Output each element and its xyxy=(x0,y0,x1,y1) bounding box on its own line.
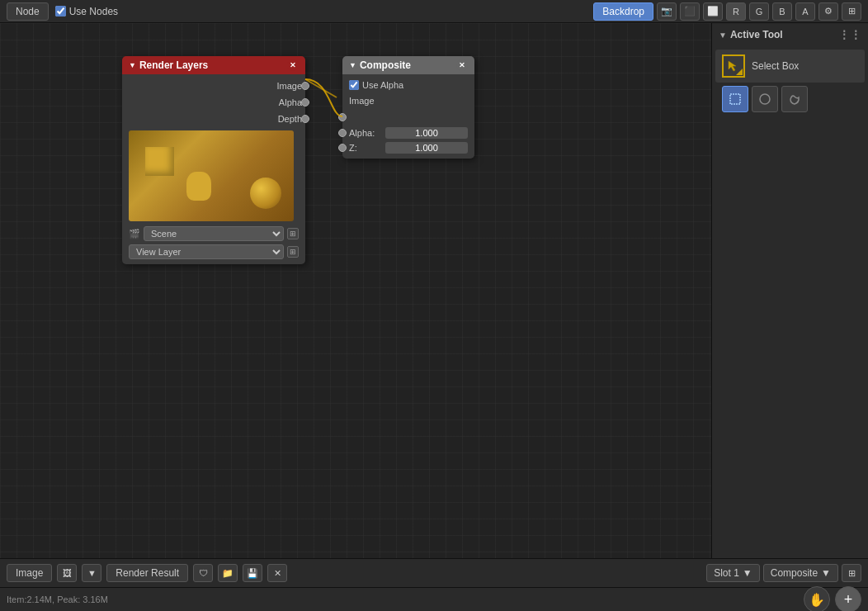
render-layers-image-output: Image xyxy=(122,78,305,94)
composite-z-socket[interactable] xyxy=(338,144,347,152)
scene-selector-row: 🎬 Scene ⊞ xyxy=(122,225,305,243)
right-panel: ▼ Active Tool ⋮⋮ Select Box xyxy=(711,23,868,558)
memory-status: Item:2.14M, Peak: 3.16M xyxy=(7,594,108,604)
render-layers-close[interactable]: ✕ xyxy=(287,59,299,71)
circle-select-btn[interactable] xyxy=(752,86,778,112)
view-layer-selector[interactable]: View Layer xyxy=(129,244,284,259)
svg-marker-0 xyxy=(729,61,736,71)
scene-icon: 🎬 xyxy=(129,229,140,239)
render-layers-header[interactable]: ▼ Render Layers ✕ xyxy=(122,56,305,74)
depth-socket[interactable] xyxy=(301,115,309,123)
render-result-label: Render Result xyxy=(106,564,188,582)
render-layers-node[interactable]: ▼ Render Layers ✕ Image Alpha Depth xyxy=(122,56,305,264)
composite-selector-btn[interactable]: Composite ▼ xyxy=(763,564,838,582)
composite-triangle: ▼ xyxy=(349,61,356,69)
shield-icon[interactable]: 🛡 xyxy=(193,564,213,582)
folder-icon[interactable]: 📁 xyxy=(218,564,238,582)
panel-dots[interactable]: ⋮⋮ xyxy=(838,28,861,41)
composite-body: Use Alpha Image Alpha: 1.000 xyxy=(342,74,474,159)
status-bar: Item:2.14M, Peak: 3.16M ✋ + xyxy=(0,588,868,611)
tool-buttons-row xyxy=(715,83,865,116)
render-layers-alpha-output: Alpha xyxy=(122,94,305,111)
tool-icon-1[interactable]: ⚙ xyxy=(818,2,838,21)
z-value[interactable]: 1.000 xyxy=(385,142,468,154)
use-alpha-checkbox[interactable] xyxy=(349,80,359,90)
lasso-select-btn[interactable] xyxy=(781,86,808,112)
preview-bunny xyxy=(186,172,211,201)
scene-selector[interactable]: Scene xyxy=(144,226,284,241)
active-tool-title: Active Tool xyxy=(730,29,783,40)
camera-icon[interactable]: 📷 xyxy=(657,2,677,21)
image-output-label: Image xyxy=(276,81,302,91)
alpha-value-row: Alpha: 1.000 xyxy=(342,126,474,140)
use-alpha-row[interactable]: Use Alpha xyxy=(342,78,474,92)
composite-alpha-socket[interactable] xyxy=(338,129,347,137)
viewer-mode-icon[interactable]: ⊞ xyxy=(842,564,861,582)
render-layers-depth-output: Depth xyxy=(122,111,305,127)
node-icon-2[interactable]: ⬜ xyxy=(703,2,723,21)
slot-selector: Slot 1 ▼ Composite ▼ ⊞ xyxy=(706,564,861,582)
g-channel-button[interactable]: G xyxy=(749,2,769,21)
composite-title: Composite xyxy=(360,59,411,71)
slot-label: Slot 1 xyxy=(714,567,739,579)
composite-label: Composite xyxy=(771,567,818,579)
z-label: Z: xyxy=(349,143,382,153)
composite-image-label-row: Image xyxy=(342,92,474,109)
hand-tool-icon[interactable]: ✋ xyxy=(804,586,830,611)
use-nodes-checkbox[interactable] xyxy=(55,6,66,17)
composite-image-socket[interactable] xyxy=(338,113,347,121)
alpha-label: Alpha: xyxy=(349,128,382,138)
node-menu-button[interactable]: Node xyxy=(7,2,49,21)
cursor-svg xyxy=(727,59,740,73)
main-area: ▼ Render Layers ✕ Image Alpha Depth xyxy=(0,23,868,558)
render-layers-triangle: ▼ xyxy=(129,61,136,69)
image-viewer-icon[interactable]: 🖼 xyxy=(57,564,77,582)
image-socket[interactable] xyxy=(301,82,309,90)
circle-select-icon xyxy=(758,92,771,106)
select-box-item[interactable]: Select Box xyxy=(715,50,865,83)
use-nodes-label: Use Nodes xyxy=(69,6,118,17)
tool-icon-2[interactable]: ⊞ xyxy=(842,2,861,21)
composite-close[interactable]: ✕ xyxy=(456,59,468,71)
alpha-socket[interactable] xyxy=(301,98,309,107)
view-layer-browse-icon[interactable]: ⊞ xyxy=(287,246,299,258)
r-channel-button[interactable]: R xyxy=(726,2,746,21)
composite-dropdown-arrow: ▼ xyxy=(821,567,831,579)
composite-node[interactable]: ▼ Composite ✕ Use Alpha Image xyxy=(342,56,474,159)
composite-image-label: Image xyxy=(349,96,375,106)
scene-browse-icon[interactable]: ⊞ xyxy=(287,228,299,239)
status-right: ✋ + xyxy=(804,586,861,611)
depth-output-label: Depth xyxy=(278,114,302,124)
node-editor[interactable]: ▼ Render Layers ✕ Image Alpha Depth xyxy=(0,23,711,558)
zoom-in-icon[interactable]: + xyxy=(835,586,861,611)
use-nodes-toggle[interactable]: Use Nodes xyxy=(55,6,118,17)
image-toolbar: Image 🖼 ▼ Render Result 🛡 📁 💾 ✕ Slot 1 ▼… xyxy=(0,558,868,588)
preview-sphere xyxy=(250,178,281,209)
select-box-tool-btn[interactable] xyxy=(722,86,748,112)
select-box-btn-icon xyxy=(729,92,742,106)
node-icon-1[interactable]: ⬛ xyxy=(680,2,700,21)
lasso-select-icon xyxy=(788,92,801,106)
composite-header[interactable]: ▼ Composite ✕ xyxy=(342,56,474,74)
alpha-value[interactable]: 1.000 xyxy=(385,127,468,139)
top-bar-left: Node Use Nodes xyxy=(7,2,118,21)
image-viewer: Item:2.14M, Peak: 3.16M ✋ + xyxy=(0,588,868,611)
render-layers-preview xyxy=(129,130,294,221)
active-tool-triangle: ▼ xyxy=(719,31,727,40)
close-image-icon[interactable]: ✕ xyxy=(267,564,287,582)
composite-image-input xyxy=(342,109,474,126)
backdrop-button[interactable]: Backdrop xyxy=(593,2,653,21)
b-channel-button[interactable]: B xyxy=(772,2,792,21)
image-dropdown-icon[interactable]: ▼ xyxy=(82,564,101,582)
a-channel-button[interactable]: A xyxy=(795,2,815,21)
use-alpha-label: Use Alpha xyxy=(362,80,403,90)
slot-dropdown-arrow: ▼ xyxy=(743,567,752,579)
preview-cube xyxy=(145,147,174,176)
render-layers-title: Render Layers xyxy=(139,59,208,71)
image-menu-button[interactable]: Image xyxy=(7,564,52,582)
top-bar: Node Use Nodes Backdrop 📷 ⬛ ⬜ R G B A ⚙ … xyxy=(0,0,868,23)
select-box-icon xyxy=(722,54,745,78)
svg-point-2 xyxy=(760,94,770,104)
save-icon[interactable]: 💾 xyxy=(243,564,262,582)
slot-selector-btn[interactable]: Slot 1 ▼ xyxy=(706,564,760,582)
